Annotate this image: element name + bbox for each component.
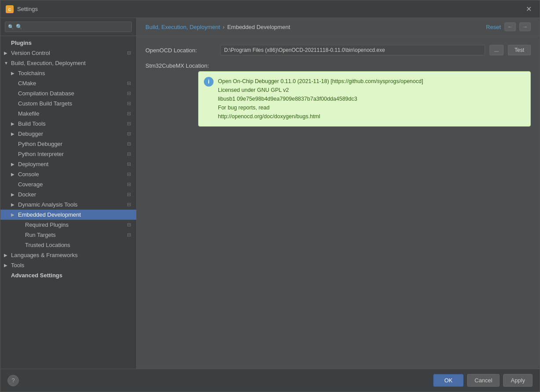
tooltip-line5: http://openocd.org/doc/doxygen/bugs.html <box>218 112 524 121</box>
tooltip-popup: i Open On-Chip Debugger 0.11.0 (2021-11-… <box>198 71 531 127</box>
expand-icon: ▶ <box>4 263 11 268</box>
settings-icon: ⊟ <box>125 121 133 127</box>
settings-icon: ⊟ <box>125 161 133 167</box>
sidebar-item-label: Trusted Locations <box>25 242 133 248</box>
search-input[interactable] <box>5 22 132 32</box>
expand-icon: ▶ <box>11 172 18 177</box>
breadcrumb: Build, Execution, Deployment › Embedded … <box>137 18 540 36</box>
svg-text:C: C <box>8 7 11 12</box>
sidebar-item-label: Makefile <box>18 110 125 117</box>
settings-icon: ⊟ <box>125 171 133 178</box>
tooltip-line3: libusb1 09e75e98b4d9ea7909e8837b7a3f00dd… <box>218 94 524 103</box>
settings-icon: ⊟ <box>125 111 133 117</box>
cancel-button[interactable]: Cancel <box>467 374 500 387</box>
sidebar-item-label: Deployment <box>18 161 125 167</box>
sidebar-item-label: Python Debugger <box>18 141 125 147</box>
expand-icon: ▶ <box>11 121 18 126</box>
panel-body: OpenOCD Location: ... Test Stm32CubeMX L… <box>137 36 540 369</box>
sidebar-item-compilation-database[interactable]: Compilation Database ⊟ <box>0 88 136 98</box>
bottom-bar: ? OK Cancel Apply <box>0 369 540 392</box>
forward-button[interactable]: → <box>519 22 531 31</box>
help-area: ? <box>7 375 19 386</box>
info-icon: i <box>204 77 214 87</box>
sidebar-item-languages-frameworks[interactable]: ▶ Languages & Frameworks <box>0 250 136 260</box>
sidebar-item-python-interpreter[interactable]: Python Interpreter ⊟ <box>0 149 136 159</box>
right-panel: Build, Execution, Deployment › Embedded … <box>137 18 540 369</box>
openocd-test-button[interactable]: Test <box>508 45 531 55</box>
sidebar-item-label: Run Targets <box>25 232 125 238</box>
apply-button[interactable]: Apply <box>503 374 533 387</box>
search-icon: 🔍 <box>8 24 14 30</box>
sidebar-item-label: Toolchains <box>18 70 133 76</box>
sidebar-item-trusted-locations[interactable]: Trusted Locations <box>0 240 136 250</box>
sidebar-item-version-control[interactable]: ▶ Version Control ⊟ <box>0 48 136 58</box>
sidebar-item-tools[interactable]: ▶ Tools <box>0 260 136 270</box>
back-button[interactable]: ← <box>504 22 516 31</box>
sidebar-item-label: Custom Build Targets <box>18 100 125 107</box>
sidebar-item-label: Required Plugins <box>25 221 125 228</box>
sidebar-item-build-tools[interactable]: ▶ Build Tools ⊟ <box>0 119 136 129</box>
reset-button[interactable]: Reset <box>486 24 501 30</box>
close-button[interactable]: ✕ <box>523 4 534 14</box>
sidebar-item-custom-build-targets[interactable]: Custom Build Targets ⊟ <box>0 98 136 109</box>
sidebar-item-label: Advanced Settings <box>11 272 133 279</box>
expand-icon: ▶ <box>11 162 18 167</box>
sidebar-item-label: Docker <box>18 191 125 198</box>
settings-icon: ⊟ <box>125 141 133 147</box>
tooltip-line4: For bug reports, read <box>218 103 524 112</box>
main-content: 🔍 Plugins ▶ Version Control ⊟ ▼ Build, <box>0 18 540 369</box>
expand-icon: ▼ <box>4 61 11 65</box>
title-bar: C Settings ✕ <box>0 0 540 18</box>
sidebar-item-required-plugins[interactable]: Required Plugins ⊟ <box>0 220 136 230</box>
settings-icon: ⊟ <box>125 101 133 107</box>
settings-icon: ⊟ <box>125 131 133 137</box>
window-title: Settings <box>17 6 520 12</box>
stm32-row: Stm32CubeMX Location: <box>145 62 531 69</box>
sidebar-item-label: Embedded Development <box>18 211 133 218</box>
sidebar-item-debugger[interactable]: ▶ Debugger ⊟ <box>0 129 136 139</box>
sidebar-item-label: Python Interpreter <box>18 151 125 157</box>
sidebar-item-build-exec-deploy[interactable]: ▼ Build, Execution, Deployment <box>0 58 136 68</box>
sidebar-item-console[interactable]: ▶ Console ⊟ <box>0 169 136 179</box>
sidebar-item-label: Debugger <box>18 131 125 137</box>
sidebar-item-plugins[interactable]: Plugins <box>0 38 136 48</box>
expand-icon: ▶ <box>11 212 18 217</box>
openocd-label: OpenOCD Location: <box>145 47 216 54</box>
settings-icon: ⊟ <box>125 91 133 97</box>
sidebar-item-docker[interactable]: ▶ Docker ⊟ <box>0 189 136 200</box>
sidebar-item-coverage[interactable]: Coverage ⊟ <box>0 179 136 189</box>
search-area: 🔍 <box>0 18 136 36</box>
sidebar-item-label: Dynamic Analysis Tools <box>18 201 125 208</box>
sidebar-item-label: Plugins <box>11 40 133 46</box>
ok-button[interactable]: OK <box>433 374 464 387</box>
breadcrumb-actions: Reset ← → <box>486 22 531 31</box>
sidebar-item-makefile[interactable]: Makefile ⊟ <box>0 109 136 119</box>
settings-icon: ⊟ <box>125 202 133 208</box>
sidebar-item-embedded-development[interactable]: ▶ Embedded Development <box>0 210 136 220</box>
settings-icon: ⊟ <box>125 222 133 228</box>
sidebar-item-label: Version Control <box>11 50 125 56</box>
openocd-input[interactable] <box>220 45 485 55</box>
sidebar-item-run-targets[interactable]: Run Targets ⊟ <box>0 230 136 240</box>
app-icon: C <box>6 5 14 13</box>
sidebar-item-dynamic-analysis-tools[interactable]: ▶ Dynamic Analysis Tools ⊟ <box>0 200 136 210</box>
expand-icon: ▶ <box>11 202 18 207</box>
settings-tree: Plugins ▶ Version Control ⊟ ▼ Build, Exe… <box>0 36 136 369</box>
settings-dialog: C Settings ✕ 🔍 Plugins ▶ <box>0 0 540 392</box>
sidebar-item-cmake[interactable]: CMake ⊟ <box>0 78 136 88</box>
openocd-browse-button[interactable]: ... <box>489 45 504 55</box>
sidebar-item-advanced-settings[interactable]: Advanced Settings <box>0 270 136 280</box>
sidebar-item-label: Languages & Frameworks <box>11 252 133 258</box>
sidebar-item-toolchains[interactable]: ▶ Toolchains <box>0 68 136 78</box>
breadcrumb-parent-link[interactable]: Build, Execution, Deployment <box>145 24 220 30</box>
settings-icon: ⊟ <box>125 181 133 188</box>
settings-icon: ⊟ <box>125 80 133 87</box>
sidebar-item-python-debugger[interactable]: Python Debugger ⊟ <box>0 139 136 149</box>
openocd-row: OpenOCD Location: ... Test <box>145 45 531 55</box>
sidebar-item-deployment[interactable]: ▶ Deployment ⊟ <box>0 159 136 169</box>
settings-icon: ⊟ <box>125 50 133 56</box>
expand-icon: ▶ <box>11 71 18 76</box>
expand-icon: ▶ <box>4 51 11 55</box>
help-button[interactable]: ? <box>7 375 19 386</box>
tooltip-line1: Open On-Chip Debugger 0.11.0 (2021-11-18… <box>218 77 524 86</box>
